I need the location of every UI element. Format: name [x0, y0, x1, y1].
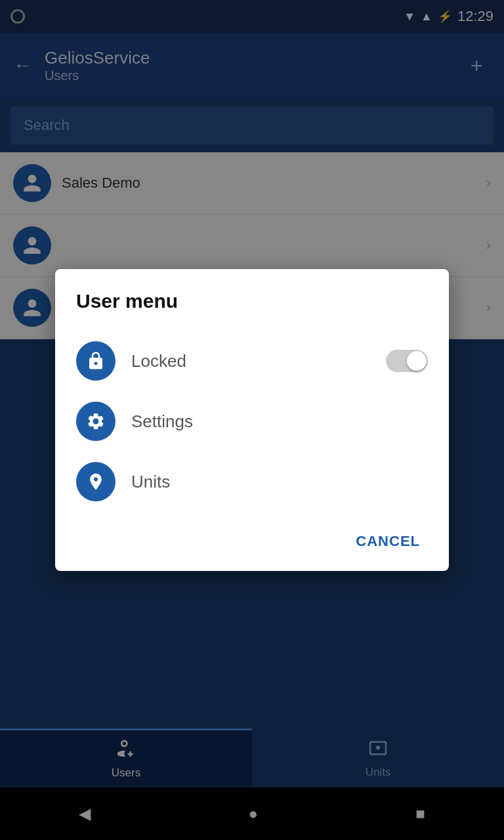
overlay: User menu Locked Settings — [0, 0, 504, 840]
units-item[interactable]: Units — [76, 452, 428, 512]
dialog-title: User menu — [76, 290, 428, 312]
lock-icon-circle — [76, 341, 116, 381]
user-menu-dialog: User menu Locked Settings — [55, 269, 449, 571]
locked-item[interactable]: Locked — [76, 331, 428, 391]
settings-item[interactable]: Settings — [76, 391, 428, 452]
location-icon-circle — [76, 462, 116, 501]
toggle-knob — [407, 351, 427, 371]
dialog-actions: CANCEL — [76, 528, 428, 555]
settings-icon-circle — [76, 402, 116, 441]
locked-toggle[interactable] — [386, 350, 428, 372]
cancel-button[interactable]: CANCEL — [348, 528, 428, 555]
units-label: Units — [131, 472, 428, 492]
locked-label: Locked — [131, 351, 370, 371]
settings-label: Settings — [131, 411, 428, 432]
